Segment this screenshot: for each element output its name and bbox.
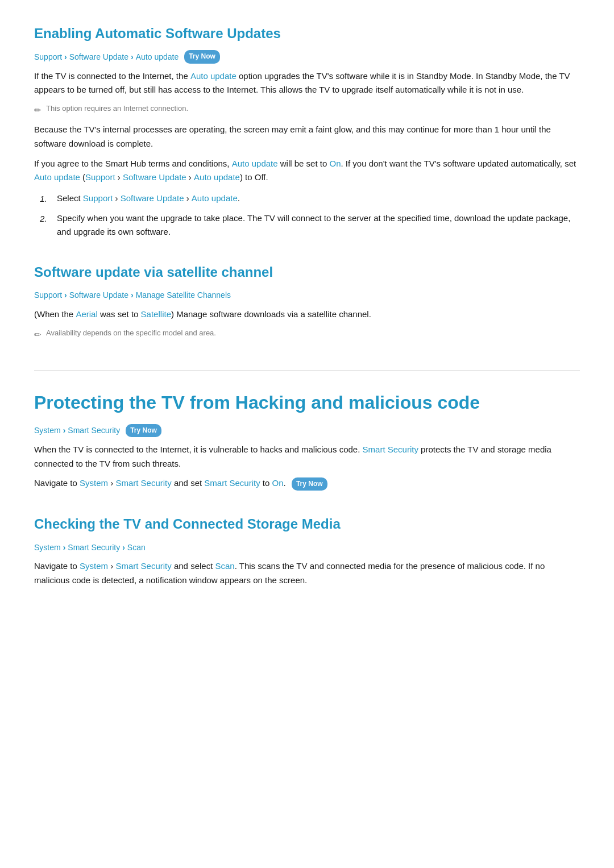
breadcrumb-sep-1: › [64, 51, 67, 63]
pencil-icon: ✏ [34, 103, 42, 117]
highlight-system-check: System [80, 561, 108, 571]
breadcrumb-system[interactable]: System [34, 424, 61, 437]
try-now-badge-1[interactable]: Try Now [184, 50, 220, 63]
highlight-auto-update-3: Auto update [34, 172, 80, 182]
highlight-smart-security-set: Smart Security [204, 478, 260, 488]
note-text-availability: Availability depends on the specific mod… [46, 327, 216, 339]
breadcrumb-satellite: Support › Software Update › Manage Satel… [34, 289, 580, 301]
para-protecting-1: When the TV is connected to the Internet… [34, 443, 580, 471]
breadcrumb-manage-sat[interactable]: Manage Satellite Channels [136, 289, 231, 301]
section-satellite-update: Software update via satellite channel Su… [34, 261, 580, 342]
step-text-2: Specify when you want the upgrade to tak… [57, 211, 580, 239]
highlight-smart-security-check: Smart Security [115, 561, 171, 571]
breadcrumb-scan: System › Smart Security › Scan [34, 541, 580, 554]
try-now-badge-3[interactable]: Try Now [292, 477, 327, 491]
highlight-smart-security: Smart Security [363, 445, 418, 454]
highlight-system-nav: System [80, 478, 108, 488]
breadcrumb-support-sat[interactable]: Support [34, 289, 62, 301]
highlight-step1-sw: Software Update [121, 193, 184, 203]
highlight-smart-security-nav: Smart Security [115, 478, 171, 488]
breadcrumb-sep-sys-1: › [63, 424, 66, 437]
step-num-1: 1. [40, 192, 50, 206]
note-text-internet: This option requires an Internet connect… [46, 103, 188, 115]
para-auto-update-2: Because the TV's internal processes are … [34, 123, 580, 151]
step-num-2: 2. [40, 211, 50, 226]
section-title-protecting: Protecting the TV from Hacking and malic… [34, 388, 580, 417]
para-satellite-1: (When the Aerial was set to Satellite) M… [34, 308, 580, 322]
note-internet-connection: ✏ This option requires an Internet conne… [34, 103, 580, 117]
breadcrumb-sep-scan-2: › [122, 541, 125, 554]
step-item-1: 1. Select Support › Software Update › Au… [40, 192, 580, 206]
highlight-auto-update-4: Auto update [194, 172, 240, 182]
highlight-aerial: Aerial [76, 309, 97, 319]
section-title-checking: Checking the TV and Connected Storage Me… [34, 513, 580, 535]
breadcrumb-auto-update[interactable]: Auto update [136, 51, 179, 63]
breadcrumb-system-scan[interactable]: System [34, 541, 61, 554]
highlight-on-2: On [272, 478, 284, 488]
breadcrumb-support[interactable]: Support [34, 51, 62, 63]
breadcrumb-sep-scan-1: › [63, 541, 66, 554]
breadcrumb-smart-security: System › Smart Security Try Now [34, 424, 580, 437]
para-protecting-2: Navigate to System › Smart Security and … [34, 476, 580, 491]
step-text-1: Select Support › Software Update › Auto … [57, 192, 580, 205]
para-checking-1: Navigate to System › Smart Security and … [34, 559, 580, 588]
highlight-support-inline: Support [85, 172, 115, 182]
section-title-satellite: Software update via satellite channel [34, 261, 580, 283]
highlight-on: On [329, 159, 341, 168]
major-divider [34, 370, 580, 371]
highlight-software-update-inline: Software Update [123, 172, 186, 182]
highlight-step1-auto: Auto update [192, 193, 238, 203]
note-availability: ✏ Availability depends on the specific m… [34, 327, 580, 342]
try-now-badge-2[interactable]: Try Now [126, 424, 161, 437]
section-checking-tv: Checking the TV and Connected Storage Me… [34, 513, 580, 587]
breadcrumb-software-update[interactable]: Software Update [69, 51, 128, 63]
breadcrumb-sep-2: › [131, 51, 134, 63]
section-enabling-auto-updates: Enabling Automatic Software Updates Supp… [34, 23, 580, 239]
para-auto-update-1: If the TV is connected to the Internet, … [34, 69, 580, 98]
pencil-icon-2: ✏ [34, 328, 42, 342]
step-item-2: 2. Specify when you want the upgrade to … [40, 211, 580, 239]
para-auto-update-3: If you agree to the Smart Hub terms and … [34, 157, 580, 185]
breadcrumb-auto-updates: Support › Software Update › Auto update … [34, 50, 580, 63]
section-protecting-tv: Protecting the TV from Hacking and malic… [34, 388, 580, 491]
highlight-step1-support: Support [83, 193, 113, 203]
breadcrumb-sw-update-sat[interactable]: Software Update [69, 289, 128, 301]
highlight-satellite: Satellite [141, 309, 171, 319]
section-title-enabling: Enabling Automatic Software Updates [34, 23, 580, 44]
breadcrumb-scan[interactable]: Scan [127, 541, 146, 554]
steps-list-auto-update: 1. Select Support › Software Update › Au… [40, 192, 580, 239]
breadcrumb-smart-security-scan[interactable]: Smart Security [68, 541, 120, 554]
highlight-auto-update: Auto update [190, 71, 237, 81]
breadcrumb-smart-security[interactable]: Smart Security [68, 424, 120, 437]
breadcrumb-sep-sat-2: › [131, 289, 134, 301]
highlight-auto-update-2: Auto update [232, 159, 278, 168]
highlight-scan: Scan [215, 561, 234, 571]
breadcrumb-sep-sat-1: › [64, 289, 67, 301]
